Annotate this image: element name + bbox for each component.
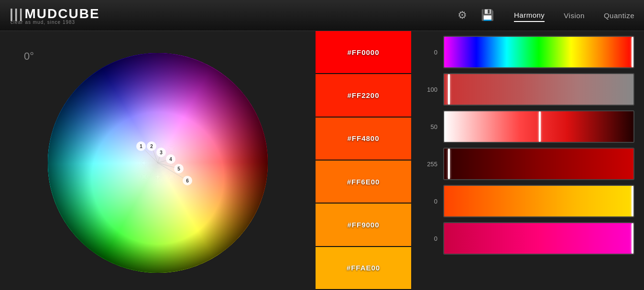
slider-canvas-4 [444,186,633,216]
stripe-5[interactable]: #FFAE00 [316,247,411,290]
color-wheel-canvas[interactable] [48,53,268,273]
slider-row-2: 50 [421,110,634,143]
slider-thumb-1 [448,74,450,105]
slider-row-4: 0 [421,185,634,217]
slider-label-1: 100 [421,86,437,93]
header: ||| MUDCUBE clear as mud, since 1983 ⚙ 💾… [0,0,644,31]
slider-track-1[interactable] [443,73,634,106]
slider-row-1: 100 [421,73,634,106]
slider-thumb-2 [539,111,541,142]
dot-5[interactable]: 5 [174,164,184,173]
slider-track-4[interactable] [443,185,634,217]
slider-row-3: 255 [421,148,634,180]
slider-label-0: 0 [421,49,437,56]
logo-area: ||| MUDCUBE clear as mud, since 1983 [10,6,100,25]
slider-track-5[interactable] [443,222,634,255]
slider-track-2[interactable] [443,110,634,143]
wheel-section: 0° 1 2 3 4 5 6 [0,31,316,290]
degree-label: 0° [24,50,34,63]
slider-canvas-3 [444,149,633,179]
dot-1[interactable]: 1 [136,141,146,151]
dot-4[interactable]: 4 [166,154,175,164]
slider-row-0: 0 [421,36,634,68]
stripe-3[interactable]: #FF6E00 [316,161,411,204]
tab-harmony[interactable]: Harmony [514,9,545,22]
tab-vision[interactable]: Vision [564,10,585,21]
stripe-4[interactable]: #FF9000 [316,204,411,247]
slider-thumb-5 [632,223,633,254]
slider-track-0[interactable] [443,36,634,68]
slider-canvas-1 [444,74,633,105]
dot-3[interactable]: 3 [156,148,166,157]
slider-row-5: 0 [421,222,634,255]
stripes-section: #FF0000 #FF2200 #FF4800 #FF6E00 #FF9000 … [316,31,411,290]
slider-thumb-0 [632,37,633,67]
slider-canvas-0 [444,37,633,67]
slider-canvas-5 [444,223,633,254]
save-icon[interactable]: 💾 [480,8,495,23]
slider-label-3: 255 [421,161,437,168]
main-content: 0° 1 2 3 4 5 6 #FF0000 #FF2200 #FF4800 #… [0,31,644,290]
slider-label-4: 0 [421,198,437,205]
stripe-0[interactable]: #FF0000 [316,31,411,74]
slider-thumb-4 [632,186,633,216]
color-wheel-container[interactable]: 1 2 3 4 5 6 [48,53,268,273]
slider-thumb-3 [448,149,450,179]
logo-subtitle: clear as mud, since 1983 [11,20,100,25]
sliders-section: 0 100 50 255 [411,31,644,290]
slider-track-3[interactable] [443,148,634,180]
stripe-1[interactable]: #FF2200 [316,74,411,117]
settings-icon[interactable]: ⚙ [455,8,470,23]
dot-2[interactable]: 2 [147,141,156,151]
slider-label-5: 0 [421,235,437,242]
slider-label-2: 50 [421,123,437,130]
nav-tabs: Harmony Vision Quantize [514,9,634,22]
header-icons: ⚙ 💾 [455,8,495,23]
tab-quantize[interactable]: Quantize [604,10,634,21]
stripe-2[interactable]: #FF4800 [316,118,411,161]
dot-6[interactable]: 6 [183,176,192,185]
